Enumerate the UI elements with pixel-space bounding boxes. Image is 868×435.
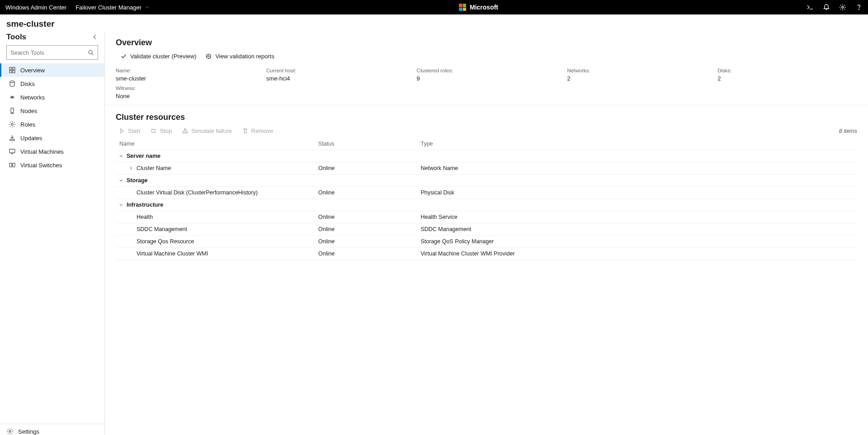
stop-icon [150,128,157,134]
info-label: Disks: [717,68,857,73]
table-group-row[interactable]: Server name [116,150,857,162]
brand-text: Microsoft [470,4,498,11]
svg-point-9 [10,81,14,83]
nav-icon [9,134,16,142]
resource-status: Online [315,162,417,175]
svg-rect-22 [13,163,15,167]
sidebar-item-overview[interactable]: Overview [0,63,104,77]
console-icon[interactable] [807,4,814,11]
chevron-down-icon[interactable] [118,153,124,159]
sidebar-item-label: Roles [20,121,35,128]
view-reports-button[interactable]: View validation reports [205,53,274,60]
collapse-sidebar-icon[interactable] [92,34,98,40]
sidebar-item-label: Disks [20,80,35,87]
resource-type: SDDC Management [417,223,857,236]
svg-rect-8 [13,71,15,73]
nav-icon [9,161,16,169]
svg-point-15 [12,112,12,113]
info-label: Current host: [266,68,406,73]
svg-marker-25 [121,129,124,133]
start-button[interactable]: Start [118,128,140,134]
start-label: Start [128,128,140,134]
resource-status: Online [315,187,417,199]
resources-table: Name Status Type Server nameCluster Name… [116,138,857,260]
resource-name: Cluster Name [137,165,171,171]
table-group-row[interactable]: Infrastructure [116,199,857,211]
top-bar: Windows Admin Center Failover Cluster Ma… [0,0,868,14]
resource-name: Health [137,214,153,220]
svg-rect-6 [13,67,15,70]
notifications-icon[interactable] [823,4,830,11]
svg-rect-18 [9,149,15,153]
check-icon [120,53,127,60]
search-icon [88,49,94,56]
section-divider [105,105,868,105]
svg-rect-5 [9,67,12,70]
info-label: Witness: [116,85,255,91]
chevron-right-icon[interactable] [128,165,134,171]
product-link[interactable]: Windows Admin Center [5,4,66,11]
sidebar-item-roles[interactable]: Roles [0,118,104,131]
sidebar-item-virtual-switches[interactable]: Virtual Switches [0,158,104,172]
resource-type: Storage QoS Policy Manager [417,236,857,248]
sidebar-item-virtual-machines[interactable]: Virtual Machines [0,145,104,158]
info-value: 2 [567,75,707,82]
info-value: sme-cluster [116,75,255,82]
sidebar-settings[interactable]: Settings [0,424,104,435]
play-icon [118,128,125,134]
remove-label: Remove [251,128,273,134]
table-row[interactable]: Cluster Virtual Disk (ClusterPerformance… [116,187,857,199]
resource-name: Virtual Machine Cluster WMI [137,251,208,257]
gear-icon [6,428,14,435]
col-header-name[interactable]: Name [116,138,315,150]
col-header-type[interactable]: Type [417,138,857,150]
info-field: Networks:2 [567,68,707,82]
svg-point-1 [842,6,844,8]
overview-title: Overview [116,38,857,47]
simulate-failure-button[interactable]: Simulate failure [182,128,232,134]
table-row[interactable]: Storage Qos ResourceOnlineStorage QoS Po… [116,236,857,248]
svg-point-24 [9,430,11,432]
stop-button[interactable]: Stop [150,128,172,134]
sidebar-title: Tools [6,33,26,42]
resource-status: Online [315,223,417,236]
info-field: Current host:sme-hci4 [266,68,406,82]
svg-rect-26 [152,129,156,133]
remove-button[interactable]: Remove [242,128,273,134]
sidebar-item-nodes[interactable]: Nodes [0,104,104,118]
tools-sidebar: Tools OverviewDisksNetworksNodesRolesUpd… [0,33,105,435]
sidebar-item-label: Virtual Machines [20,148,64,155]
validate-cluster-button[interactable]: Validate cluster (Preview) [120,53,196,60]
sidebar-item-label: Updates [20,135,42,142]
stop-label: Stop [160,128,172,134]
breadcrumb-label: Failover Cluster Manager [75,4,142,11]
table-group-row[interactable]: Storage [116,175,857,187]
sidebar-item-disks[interactable]: Disks [0,77,104,90]
chevron-down-icon [144,4,151,10]
sidebar-item-networks[interactable]: Networks [0,90,104,104]
chevron-down-icon[interactable] [118,178,124,183]
view-reports-label: View validation reports [215,53,274,60]
search-tools-input[interactable] [10,49,88,56]
col-header-status[interactable]: Status [315,138,417,150]
help-icon[interactable] [855,4,863,11]
info-label: Networks: [567,68,707,73]
info-field: Witness:None [116,85,255,99]
info-value: sme-hci4 [266,75,406,82]
sidebar-item-updates[interactable]: Updates [0,131,104,145]
table-row[interactable]: HealthOnlineHealth Service [116,211,857,223]
info-label: Name: [116,68,255,73]
table-row[interactable]: SDDC ManagementOnlineSDDC Management [116,223,857,236]
chevron-down-icon[interactable] [118,202,124,208]
resource-name: Cluster Virtual Disk (ClusterPerformance… [137,189,258,196]
table-row[interactable]: Cluster NameOnlineNetwork Name [116,162,857,175]
table-row[interactable]: Virtual Machine Cluster WMIOnlineVirtual… [116,248,857,260]
resource-name: Storage Qos Resource [137,238,194,245]
breadcrumb-dropdown[interactable]: Failover Cluster Manager [75,4,151,11]
microsoft-logo-icon [459,4,466,11]
page-title: sme-cluster [6,19,862,29]
sidebar-item-label: Overview [20,67,45,74]
resource-type: Physical Disk [417,187,857,199]
warning-icon [182,128,189,134]
settings-icon[interactable] [839,4,846,11]
